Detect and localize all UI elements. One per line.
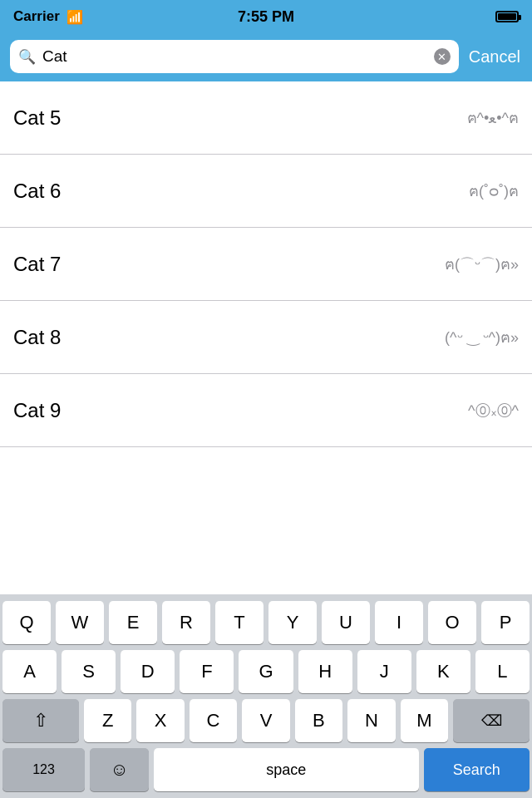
keyboard-row-2: ASDFGHJKL: [2, 650, 530, 693]
key-q[interactable]: Q: [2, 601, 51, 644]
result-emoticon: ฅ(⌒ᵕ⌒)ฅ»: [445, 252, 519, 276]
status-bar: Carrier 📶 7:55 PM: [0, 0, 532, 33]
result-emoticon: (^ᵕ ‿ ᵕ^)ฅ»: [445, 325, 519, 349]
key-v[interactable]: V: [242, 699, 289, 742]
result-name: Cat 8: [13, 326, 61, 349]
key-h[interactable]: H: [298, 650, 352, 693]
key-e[interactable]: E: [109, 601, 157, 644]
key-d[interactable]: D: [121, 650, 175, 693]
list-item[interactable]: Cat 9 ^⓪ₓ⓪^: [0, 374, 532, 447]
key-l[interactable]: L: [475, 650, 530, 693]
key-a[interactable]: A: [2, 650, 57, 693]
key-g[interactable]: G: [239, 650, 293, 693]
search-bar: 🔍 ✕ Cancel: [0, 33, 532, 81]
cancel-button[interactable]: Cancel: [467, 47, 522, 66]
numbers-key[interactable]: 123: [2, 748, 85, 791]
result-name: Cat 5: [13, 106, 61, 130]
key-z[interactable]: Z: [84, 699, 131, 742]
battery-icon: [495, 11, 519, 22]
key-i[interactable]: I: [375, 601, 423, 644]
key-p[interactable]: P: [481, 601, 530, 644]
key-n[interactable]: N: [347, 699, 395, 742]
result-name: Cat 7: [13, 253, 61, 276]
search-key[interactable]: Search: [424, 748, 530, 791]
search-input-wrapper: 🔍 ✕: [10, 40, 459, 73]
key-y[interactable]: Y: [268, 601, 317, 644]
key-r[interactable]: R: [162, 601, 210, 644]
wifi-icon: 📶: [66, 9, 83, 25]
results-list: Cat 5 ฅ^•ﻌ•^ฅ Cat 6 ฅ(˚ᴑ˚)ฅ Cat 7 ฅ(⌒ᵕ⌒)…: [0, 81, 532, 447]
keyboard-bottom-row: 123 ☺ space Search: [2, 748, 530, 791]
key-w[interactable]: W: [56, 601, 104, 644]
key-b[interactable]: B: [295, 699, 342, 742]
search-glass-icon: 🔍: [18, 48, 36, 66]
space-key[interactable]: space: [154, 748, 419, 791]
key-f[interactable]: F: [180, 650, 234, 693]
key-t[interactable]: T: [215, 601, 264, 644]
key-o[interactable]: O: [428, 601, 476, 644]
search-input[interactable]: [42, 47, 427, 66]
key-c[interactable]: C: [190, 699, 237, 742]
clock: 7:55 PM: [238, 8, 294, 26]
result-emoticon: ฅ(˚ᴑ˚)ฅ: [469, 179, 519, 203]
result-emoticon: ฅ^•ﻌ•^ฅ: [467, 106, 520, 130]
list-item[interactable]: Cat 5 ฅ^•ﻌ•^ฅ: [0, 81, 532, 155]
key-j[interactable]: J: [357, 650, 411, 693]
key-m[interactable]: M: [401, 699, 448, 742]
clear-button[interactable]: ✕: [434, 48, 451, 65]
result-name: Cat 9: [13, 399, 61, 422]
carrier-label: Carrier: [13, 8, 60, 25]
keyboard-row-3: ⇧ ZXCVBNM⌫: [2, 699, 530, 742]
keyboard-row-1: QWERTYUIOP: [2, 601, 530, 644]
battery-area: [495, 11, 519, 22]
list-item[interactable]: Cat 6 ฅ(˚ᴑ˚)ฅ: [0, 155, 532, 228]
key-s[interactable]: S: [62, 650, 116, 693]
carrier-wifi: Carrier 📶: [13, 8, 83, 25]
emoji-key[interactable]: ☺: [90, 748, 149, 791]
list-item[interactable]: Cat 7 ฅ(⌒ᵕ⌒)ฅ»: [0, 228, 532, 301]
key-u[interactable]: U: [322, 601, 370, 644]
keyboard: QWERTYUIOP ASDFGHJKL ⇧ ZXCVBNM⌫ 123 ☺ sp…: [0, 594, 532, 798]
result-emoticon: ^⓪ₓ⓪^: [468, 401, 519, 421]
shift-key[interactable]: ⇧: [2, 699, 79, 742]
result-name: Cat 6: [13, 180, 61, 203]
backspace-key[interactable]: ⌫: [453, 699, 530, 742]
key-k[interactable]: K: [416, 650, 470, 693]
list-item[interactable]: Cat 8 (^ᵕ ‿ ᵕ^)ฅ»: [0, 301, 532, 374]
key-x[interactable]: X: [136, 699, 184, 742]
